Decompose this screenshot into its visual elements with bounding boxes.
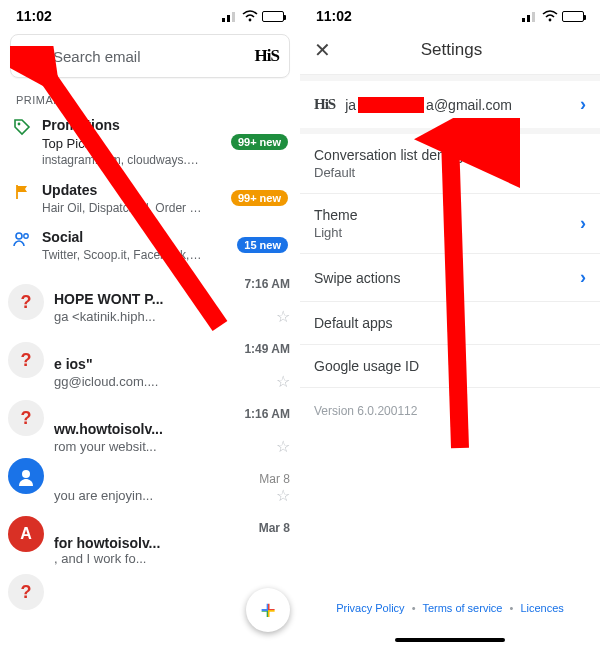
- plus-icon: +: [260, 595, 275, 626]
- email-preview: , and I work fo...: [54, 551, 147, 566]
- status-bar: 11:02: [300, 0, 600, 26]
- avatar-unknown[interactable]: ?: [8, 574, 44, 610]
- sender-avatars: ? ? ? A ?: [8, 284, 44, 610]
- settings-list: HiS ja a@gmail.com › Conversation list d…: [300, 74, 600, 388]
- email-time: Mar 8: [54, 472, 290, 486]
- email-list: 7:16 AM HOPE WONT P... ga <katinik.hiph.…: [0, 269, 300, 574]
- flag-icon: [12, 181, 32, 201]
- row-label: Default apps: [314, 315, 586, 331]
- star-icon[interactable]: ☆: [276, 372, 290, 391]
- settings-header: ✕ Settings: [300, 26, 600, 74]
- email-subject: ww.howtoisolv...: [54, 421, 290, 437]
- search-bar[interactable]: Search email HiS: [10, 34, 290, 78]
- svg-point-11: [549, 19, 552, 22]
- tab-meta: Twitter, Scoop.it, Facebook, Tu...: [42, 247, 202, 263]
- battery-icon: [562, 11, 584, 22]
- row-label: Conversation list density: [314, 147, 466, 163]
- row-value: Light: [314, 225, 570, 240]
- email-row[interactable]: 7:16 AM HOPE WONT P... ga <katinik.hiph.…: [54, 269, 300, 334]
- row-label: Google usage ID: [314, 358, 586, 374]
- svg-rect-2: [232, 12, 235, 22]
- svg-point-4: [18, 123, 21, 126]
- battery-icon: [262, 11, 284, 22]
- wifi-icon: [542, 10, 558, 22]
- avatar-user[interactable]: [8, 458, 44, 494]
- tab-sub: Top Picks: [42, 135, 221, 153]
- email-row[interactable]: 1:49 AM e ios" gg@icloud.com....☆: [54, 334, 300, 399]
- settings-density-row[interactable]: Conversation list density Default: [300, 134, 600, 194]
- settings-theme-row[interactable]: Theme Light ›: [300, 194, 600, 254]
- redacted-block: [358, 97, 424, 113]
- profile-avatar[interactable]: HiS: [255, 46, 279, 66]
- search-input-placeholder: Search email: [53, 48, 243, 65]
- avatar-unknown[interactable]: ?: [8, 400, 44, 436]
- settings-default-apps-row[interactable]: Default apps: [300, 302, 600, 345]
- footer-links: Privacy Policy • Terms of service • Lice…: [300, 602, 600, 614]
- settings-swipe-row[interactable]: Swipe actions ›: [300, 254, 600, 302]
- email-subject: HOPE WONT P...: [54, 291, 290, 307]
- licences-link[interactable]: Licences: [520, 602, 563, 614]
- tab-title: Promotions: [42, 116, 221, 135]
- tab-updates[interactable]: Updates Hair Oil, Dispatched, Order No..…: [0, 175, 300, 222]
- chevron-right-icon: ›: [580, 94, 586, 115]
- avatar-letter[interactable]: A: [8, 516, 44, 552]
- status-time: 11:02: [316, 8, 352, 24]
- email-time: 7:16 AM: [54, 277, 290, 291]
- settings-account-row[interactable]: HiS ja a@gmail.com ›: [300, 75, 600, 134]
- email-subject: for howtoisolv...: [54, 535, 290, 551]
- tab-meta: Hair Oil, Dispatched, Order No...: [42, 200, 202, 216]
- email-row[interactable]: 1:16 AM ww.howtoisolv... rom your websit…: [54, 399, 300, 464]
- svg-point-7: [22, 470, 30, 478]
- section-label: PRIMARY: [0, 86, 300, 110]
- star-icon[interactable]: ☆: [276, 437, 290, 456]
- badge: 99+ new: [231, 134, 288, 150]
- email-preview: rom your websit...: [54, 439, 157, 454]
- email-preview: you are enjoyin...: [54, 488, 153, 503]
- wifi-icon: [242, 10, 258, 22]
- signal-icon: [222, 11, 238, 22]
- svg-rect-1: [227, 15, 230, 22]
- settings-usage-id-row[interactable]: Google usage ID: [300, 345, 600, 388]
- tag-icon: [12, 116, 32, 136]
- email-preview: ga <katinik.hiph...: [54, 309, 156, 324]
- svg-point-5: [16, 233, 22, 239]
- home-indicator: [395, 638, 505, 642]
- terms-link[interactable]: Terms of service: [422, 602, 502, 614]
- svg-rect-10: [532, 12, 535, 22]
- email-time: Mar 8: [54, 521, 290, 535]
- row-value: Default: [314, 165, 586, 180]
- avatar-unknown[interactable]: ?: [8, 342, 44, 378]
- row-label: Swipe actions: [314, 270, 570, 286]
- badge: 99+ new: [231, 190, 288, 206]
- chevron-right-icon: ›: [580, 267, 586, 288]
- status-icons: [522, 10, 584, 22]
- avatar-unknown[interactable]: ?: [8, 284, 44, 320]
- status-icons: [222, 10, 284, 22]
- email-row[interactable]: Mar 8 for howtoisolv... , and I work fo.…: [54, 513, 300, 574]
- settings-title: Settings: [317, 40, 586, 60]
- star-icon[interactable]: ☆: [276, 307, 290, 326]
- email-time: 1:16 AM: [54, 407, 290, 421]
- svg-rect-8: [522, 18, 525, 22]
- compose-fab[interactable]: +: [246, 588, 290, 632]
- privacy-link[interactable]: Privacy Policy: [336, 602, 404, 614]
- email-row[interactable]: Mar 8 you are enjoyin...☆: [54, 464, 300, 513]
- signal-icon: [522, 11, 538, 22]
- tab-promotions[interactable]: Promotions Top Picks instagram.com, clou…: [0, 110, 300, 175]
- star-icon[interactable]: ☆: [276, 486, 290, 505]
- tab-meta: instagram.com, cloudways.com, PeoplePerH…: [42, 152, 202, 168]
- email-preview: gg@icloud.com....: [54, 374, 158, 389]
- badge: 15 new: [237, 237, 288, 253]
- status-bar: 11:02: [0, 0, 300, 26]
- status-time: 11:02: [16, 8, 52, 24]
- email-time: 1:49 AM: [54, 342, 290, 356]
- menu-icon[interactable]: [21, 49, 41, 63]
- svg-rect-9: [527, 15, 530, 22]
- account-email: ja a@gmail.com: [345, 97, 570, 113]
- people-icon: [12, 228, 32, 248]
- tab-social[interactable]: Social Twitter, Scoop.it, Facebook, Tu..…: [0, 222, 300, 269]
- tab-title: Social: [42, 228, 227, 247]
- svg-point-6: [24, 234, 28, 238]
- account-avatar: HiS: [314, 96, 335, 113]
- email-subject: e ios": [54, 356, 290, 372]
